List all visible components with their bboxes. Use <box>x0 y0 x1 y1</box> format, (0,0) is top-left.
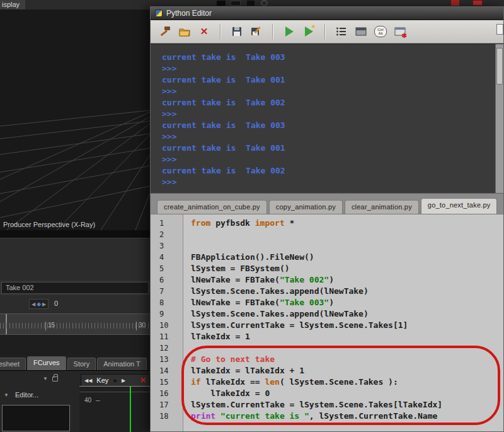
close-file-icon[interactable]: ✕ <box>197 25 211 38</box>
fcurve-graph[interactable]: 40 <box>79 386 150 432</box>
pane-options-row: ▼ <box>43 376 58 382</box>
console-panel-icon[interactable] <box>354 25 368 38</box>
spark-icon: ✦ <box>311 23 316 31</box>
code-text: # Go to next take <box>183 354 275 365</box>
key-button[interactable]: Key <box>96 377 108 384</box>
line-numbers-icon[interactable] <box>335 25 348 38</box>
search-icon[interactable] <box>261 0 268 6</box>
menubar-icon[interactable] <box>231 1 241 6</box>
code-text: lTakeIdx = 0 <box>183 388 270 399</box>
toolbar-overflow-button[interactable] <box>496 24 503 35</box>
timeline-ruler[interactable]: 15 30 <box>0 313 150 334</box>
line-number: 17 <box>151 399 183 411</box>
code-text <box>183 342 191 354</box>
step-left-icon[interactable]: ◀ <box>32 301 35 307</box>
rewind-icon[interactable]: ◀◀ <box>84 378 92 383</box>
python-icon <box>155 9 163 17</box>
run-icon[interactable] <box>282 25 296 38</box>
pane-tab-esheet[interactable]: esheet <box>0 358 26 370</box>
frame-value: 0 <box>54 300 58 307</box>
script-tab-go_to_next_take.py[interactable]: go_to_next_take.py <box>421 198 498 214</box>
chevron-down-icon[interactable]: ▼ <box>4 392 9 398</box>
code-text: FBApplication().FileNew() <box>183 252 314 263</box>
line-number: 5 <box>151 263 183 274</box>
take-field-wrap: Take 002 <box>0 281 150 295</box>
viewport-label: Producer Perspective (X-Ray) <box>3 221 95 228</box>
python-editor-titlebar[interactable]: Python Editor <box>151 7 503 20</box>
code-line: 8lNewTake = FBTake("Take 003") <box>151 297 503 308</box>
code-line: 14lTakeIdx = lTakeIdx + 1 <box>151 365 503 377</box>
menubar-icon[interactable] <box>247 1 255 6</box>
line-number: 12 <box>151 342 183 354</box>
panel-spacer <box>0 334 150 355</box>
python-console[interactable]: current take is Take 003>>> current take… <box>151 44 503 193</box>
code-lines: 1from pyfbsdk import *234FBApplication()… <box>151 214 503 422</box>
pane-tab-Animation T[interactable]: Animation T <box>97 358 147 370</box>
pane-tabbar: esheetFCurvesStoryAnimation T <box>0 355 150 370</box>
console-output: current take is Take 003>>> current take… <box>151 44 495 193</box>
console-scrollbar[interactable] <box>495 44 503 194</box>
graph-gridline <box>79 392 150 392</box>
scrollbar-thumb[interactable] <box>496 48 503 85</box>
script-tab-clear_animation.py[interactable]: clear_animation.py <box>345 200 419 214</box>
code-line: 16 lTakeIdx = 0 <box>151 388 503 399</box>
run-selection-icon[interactable]: ✦ <box>302 25 316 38</box>
code-text: print "current take is ", lSystem.Curren… <box>183 411 437 422</box>
key-transport-bar: ◀◀ Key ● ▶ ✕ <box>81 374 150 387</box>
line-number: 15 <box>151 377 183 388</box>
code-text: lTakeIdx = lTakeIdx + 1 <box>183 365 304 377</box>
open-file-icon[interactable] <box>178 25 192 38</box>
pane-tab-Story[interactable]: Story <box>67 358 96 370</box>
timeline-tick-label: 30 <box>136 322 146 330</box>
record-icon[interactable] <box>451 0 459 6</box>
frame-spinner-row: ◀ ◆ ▶ 0 <box>0 295 150 313</box>
graph-axis-label: 40 <box>84 397 91 404</box>
menubar-icon[interactable] <box>217 1 226 6</box>
step-right-icon[interactable]: ▶ <box>42 301 46 307</box>
code-line: 3 <box>151 240 503 252</box>
fcurve-list-panel[interactable] <box>2 405 70 431</box>
editor-dropdown[interactable]: Editor... <box>15 391 38 399</box>
save-icon[interactable] <box>230 25 244 38</box>
code-text: lSystem.Scene.Takes.append(lNewTake) <box>183 308 369 320</box>
graph-axis-tick <box>96 400 100 401</box>
stop-dot-icon[interactable]: ● <box>113 377 117 384</box>
line-number: 8 <box>151 297 183 308</box>
code-text: from pyfbsdk import * <box>183 218 294 229</box>
save-as-icon[interactable] <box>249 25 263 38</box>
console-line: current take is Take 003 <box>162 120 495 131</box>
code-editor[interactable]: 1from pyfbsdk import *234FBApplication()… <box>151 214 503 431</box>
debug-icon[interactable]: ✱ <box>393 25 407 38</box>
screen: isplay Producer Pe <box>0 0 504 432</box>
line-number: 13 <box>151 354 183 365</box>
current-take-field[interactable]: Take 002 <box>1 282 149 294</box>
line-number: 3 <box>151 240 183 252</box>
code-text: if lTakeIdx == len( lSystem.Scene.Takes … <box>183 377 398 388</box>
code-line: 18print "current take is ", lSystem.Curr… <box>151 411 503 422</box>
line-number: 7 <box>151 286 183 297</box>
debug-star-icon: ✱ <box>402 32 407 39</box>
build-hammer-icon[interactable] <box>158 25 172 38</box>
chevron-down-icon[interactable]: ▼ <box>43 376 48 382</box>
script-tab-create_animation_on_cube.py[interactable]: create_animation_on_cube.py <box>157 200 267 214</box>
script-tab-copy_animation.py[interactable]: copy_animation.py <box>269 200 343 214</box>
console-line: current take is Take 001 <box>162 143 495 154</box>
line-number: 1 <box>151 218 183 229</box>
menu-item-display[interactable]: isplay <box>0 0 25 9</box>
time-cursor-line[interactable] <box>130 387 131 432</box>
delete-key-icon[interactable]: ✕ <box>140 376 146 385</box>
shortcut-ctrl-alt-icon[interactable]: Ctrl Alt <box>374 25 387 38</box>
viewport-3d[interactable]: Producer Perspective (X-Ray) <box>0 9 150 230</box>
frame-stepper[interactable]: ◀ ◆ ▶ <box>29 299 49 309</box>
keyframe-diamond-icon: ◆ <box>37 301 41 307</box>
script-tabbar: create_animation_on_cube.pycopy_animatio… <box>151 193 503 214</box>
code-line: 6lNewTake = FBTake("Take 002") <box>151 274 503 286</box>
python-editor-window: Python Editor ✕ ✦ <box>150 6 504 432</box>
lock-icon[interactable] <box>52 377 58 382</box>
code-text: lNewTake = FBTake("Take 003") <box>183 297 334 308</box>
code-line: 13# Go to next take <box>151 354 503 365</box>
pane-tab-FCurves[interactable]: FCurves <box>27 356 66 370</box>
code-line: 2 <box>151 229 503 240</box>
console-line: current take is Take 001 <box>162 74 495 86</box>
forward-icon[interactable]: ▶ <box>122 378 125 383</box>
